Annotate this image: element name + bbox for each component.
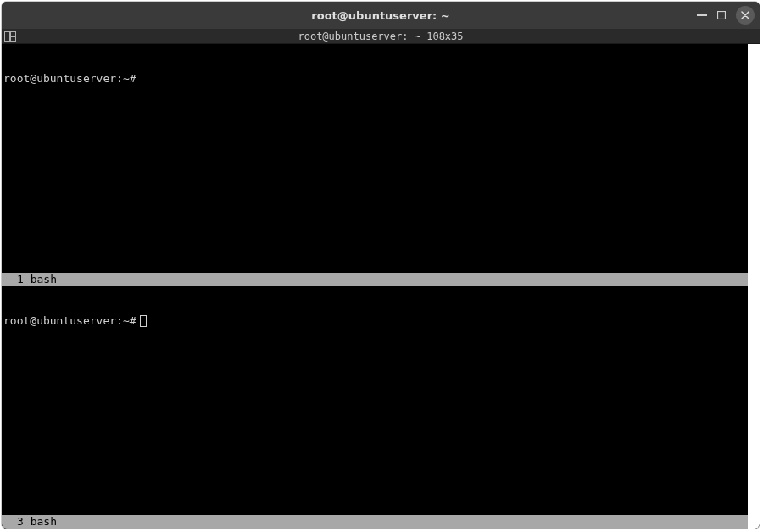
svg-rect-0	[697, 14, 707, 16]
svg-rect-1	[718, 12, 726, 19]
shell-prompt: root@ubuntuserver:~#	[3, 72, 136, 86]
svg-rect-3	[11, 31, 16, 36]
window-controls	[697, 2, 755, 29]
pane-status-bar: 3 bash	[2, 515, 748, 529]
titlebar[interactable]: root@ubuntuserver: ~	[2, 2, 760, 29]
scrollbar[interactable]	[748, 44, 760, 529]
tab-label: root@ubuntuserver: ~ 108x35	[298, 30, 463, 42]
terminal-body: root@ubuntuserver:~# 1 bash root@ubuntus…	[2, 44, 760, 529]
pane-content[interactable]: root@ubuntuserver:~#	[2, 286, 748, 515]
pane-status-label: 1 bash	[17, 273, 57, 285]
close-button[interactable]	[736, 6, 755, 25]
minimize-button[interactable]	[697, 14, 707, 16]
tab-bar: root@ubuntuserver: ~ 108x35	[2, 29, 760, 44]
shell-prompt: root@ubuntuserver:~#	[3, 314, 136, 328]
svg-rect-4	[11, 36, 16, 41]
split-icon[interactable]	[3, 30, 17, 42]
pane-status-label: 3 bash	[17, 515, 57, 528]
pane-top[interactable]: root@ubuntuserver:~# 1 bash	[2, 44, 748, 286]
pane-bottom[interactable]: root@ubuntuserver:~# 3 bash	[2, 286, 748, 529]
panes-container: root@ubuntuserver:~# 1 bash root@ubuntus…	[2, 44, 748, 529]
window-title: root@ubuntuserver: ~	[311, 9, 449, 22]
pane-content[interactable]: root@ubuntuserver:~#	[2, 44, 748, 273]
cursor	[140, 315, 147, 327]
svg-rect-2	[5, 31, 10, 41]
maximize-button[interactable]	[717, 11, 726, 19]
pane-status-bar: 1 bash	[2, 273, 748, 286]
terminal-window: root@ubuntuserver: ~ root@ubuntuserver: …	[2, 2, 760, 529]
